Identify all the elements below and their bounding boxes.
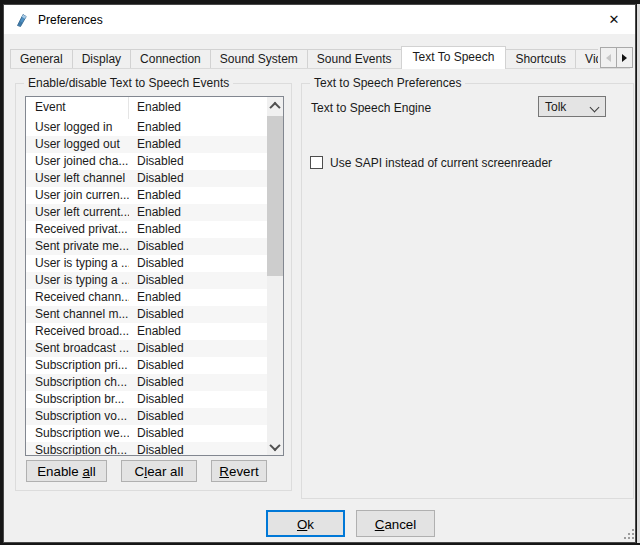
column-header-enabled[interactable]: Enabled bbox=[129, 97, 267, 119]
enabled-cell: Disabled bbox=[129, 153, 267, 170]
tab-scroll-buttons bbox=[600, 47, 634, 68]
tts-engine-label: Text to Speech Engine bbox=[311, 101, 431, 115]
scrollbar-thumb[interactable] bbox=[267, 116, 283, 276]
table-row[interactable]: Sent broadcast ...Disabled bbox=[26, 340, 267, 357]
table-row[interactable]: Received privat...Enabled bbox=[26, 221, 267, 238]
enabled-cell: Disabled bbox=[129, 374, 267, 391]
table-row[interactable]: User left channelDisabled bbox=[26, 170, 267, 187]
tts-group-title: Text to Speech Preferences bbox=[310, 76, 465, 90]
event-cell: User logged in bbox=[26, 119, 129, 136]
list-rows: User logged inEnabledUser logged outEnab… bbox=[26, 119, 267, 455]
event-cell: User joined cha... bbox=[26, 153, 129, 170]
app-icon bbox=[13, 12, 29, 28]
chevron-up-icon bbox=[269, 101, 280, 112]
event-cell: Subscription ch... bbox=[26, 374, 129, 391]
event-cell: User left channel bbox=[26, 170, 129, 187]
table-row[interactable]: Subscription ch...Disabled bbox=[26, 442, 267, 455]
table-row[interactable]: User is typing a ...Disabled bbox=[26, 272, 267, 289]
event-cell: Received chann... bbox=[26, 289, 129, 306]
arrow-left-icon bbox=[606, 54, 611, 62]
table-row[interactable]: User logged inEnabled bbox=[26, 119, 267, 136]
event-cell: User is typing a ... bbox=[26, 272, 129, 289]
enable-all-button[interactable]: Enable all bbox=[26, 460, 107, 482]
table-row[interactable]: User join curren...Enabled bbox=[26, 187, 267, 204]
tab-sound-system[interactable]: Sound System bbox=[210, 49, 308, 68]
ok-button[interactable]: Ok bbox=[266, 510, 345, 537]
scrollbar-down-button[interactable] bbox=[267, 438, 283, 455]
title-bar[interactable]: Preferences ✕ bbox=[4, 5, 635, 34]
table-row[interactable]: Subscription pri...Disabled bbox=[26, 357, 267, 374]
enabled-cell: Enabled bbox=[129, 136, 267, 153]
sapi-checkbox[interactable] bbox=[310, 156, 323, 169]
event-cell: Received privat... bbox=[26, 221, 129, 238]
table-row[interactable]: Subscription vo...Disabled bbox=[26, 408, 267, 425]
enabled-cell: Enabled bbox=[129, 204, 267, 221]
tab-scroll-left-button[interactable] bbox=[600, 47, 617, 68]
tab-connection[interactable]: Connection bbox=[130, 49, 211, 68]
enabled-cell: Disabled bbox=[129, 272, 267, 289]
enabled-cell: Disabled bbox=[129, 391, 267, 408]
window-title: Preferences bbox=[38, 13, 103, 27]
scrollbar-up-button[interactable] bbox=[267, 97, 283, 114]
table-row[interactable]: Subscription we...Disabled bbox=[26, 425, 267, 442]
tts-engine-dropdown[interactable]: Tolk bbox=[538, 96, 606, 117]
event-cell: User left current... bbox=[26, 204, 129, 221]
sapi-checkbox-label[interactable]: Use SAPI instead of current screenreader bbox=[330, 156, 552, 170]
event-cell: Subscription we... bbox=[26, 425, 129, 442]
table-row[interactable]: Received chann...Enabled bbox=[26, 289, 267, 306]
revert-button[interactable]: Revert bbox=[211, 460, 267, 482]
tab-general[interactable]: General bbox=[10, 49, 73, 68]
events-list[interactable]: Event Enabled User logged inEnabledUser … bbox=[25, 96, 284, 456]
table-row[interactable]: Received broad...Enabled bbox=[26, 323, 267, 340]
table-row[interactable]: Subscription ch...Disabled bbox=[26, 374, 267, 391]
enabled-cell: Enabled bbox=[129, 323, 267, 340]
table-row[interactable]: User logged outEnabled bbox=[26, 136, 267, 153]
enabled-cell: Disabled bbox=[129, 425, 267, 442]
table-row[interactable]: Sent private me...Disabled bbox=[26, 238, 267, 255]
enabled-cell: Disabled bbox=[129, 442, 267, 455]
close-button[interactable]: ✕ bbox=[593, 5, 635, 34]
table-row[interactable]: Subscription br...Disabled bbox=[26, 391, 267, 408]
enabled-cell: Disabled bbox=[129, 238, 267, 255]
event-cell: Sent channel m... bbox=[26, 306, 129, 323]
tts-engine-value: Tolk bbox=[545, 100, 566, 114]
tab-strip: GeneralDisplayConnectionSound SystemSoun… bbox=[10, 46, 598, 69]
resize-grip[interactable] bbox=[623, 528, 635, 540]
enabled-cell: Disabled bbox=[129, 170, 267, 187]
cancel-button[interactable]: Cancel bbox=[356, 510, 435, 537]
table-row[interactable]: User joined cha...Disabled bbox=[26, 153, 267, 170]
enabled-cell: Disabled bbox=[129, 408, 267, 425]
enabled-cell: Disabled bbox=[129, 340, 267, 357]
tab-scroll-right-button[interactable] bbox=[616, 47, 633, 68]
event-cell: Subscription ch... bbox=[26, 442, 129, 455]
event-cell: User is typing a ... bbox=[26, 255, 129, 272]
events-group-title: Enable/disable Text to Speech Events bbox=[24, 76, 233, 90]
event-cell: Received broad... bbox=[26, 323, 129, 340]
table-row[interactable]: User left current...Enabled bbox=[26, 204, 267, 221]
enabled-cell: Enabled bbox=[129, 289, 267, 306]
list-header: Event Enabled bbox=[26, 97, 267, 120]
chevron-down-icon bbox=[590, 103, 600, 113]
tab-text-to-speech[interactable]: Text To Speech bbox=[401, 46, 507, 69]
vertical-scrollbar[interactable] bbox=[267, 97, 283, 455]
event-cell: Subscription br... bbox=[26, 391, 129, 408]
clear-all-button[interactable]: Clear all bbox=[121, 460, 197, 482]
tab-shortcuts[interactable]: Shortcuts bbox=[505, 49, 576, 68]
enabled-cell: Disabled bbox=[129, 357, 267, 374]
tab-display[interactable]: Display bbox=[72, 49, 131, 68]
arrow-right-icon bbox=[622, 54, 627, 62]
tab-sound-events[interactable]: Sound Events bbox=[307, 49, 402, 68]
tts-group-box: Text to Speech Preferences bbox=[301, 83, 634, 499]
enabled-cell: Disabled bbox=[129, 255, 267, 272]
event-cell: Subscription vo... bbox=[26, 408, 129, 425]
close-icon: ✕ bbox=[609, 12, 620, 27]
event-cell: User logged out bbox=[26, 136, 129, 153]
event-cell: User join curren... bbox=[26, 187, 129, 204]
event-cell: Sent private me... bbox=[26, 238, 129, 255]
table-row[interactable]: User is typing a ...Disabled bbox=[26, 255, 267, 272]
enabled-cell: Enabled bbox=[129, 221, 267, 238]
column-header-event[interactable]: Event bbox=[26, 97, 129, 119]
preferences-dialog: Preferences ✕ GeneralDisplayConnectionSo… bbox=[3, 4, 636, 543]
tab-video[interactable]: Video bbox=[575, 49, 598, 68]
table-row[interactable]: Sent channel m...Disabled bbox=[26, 306, 267, 323]
